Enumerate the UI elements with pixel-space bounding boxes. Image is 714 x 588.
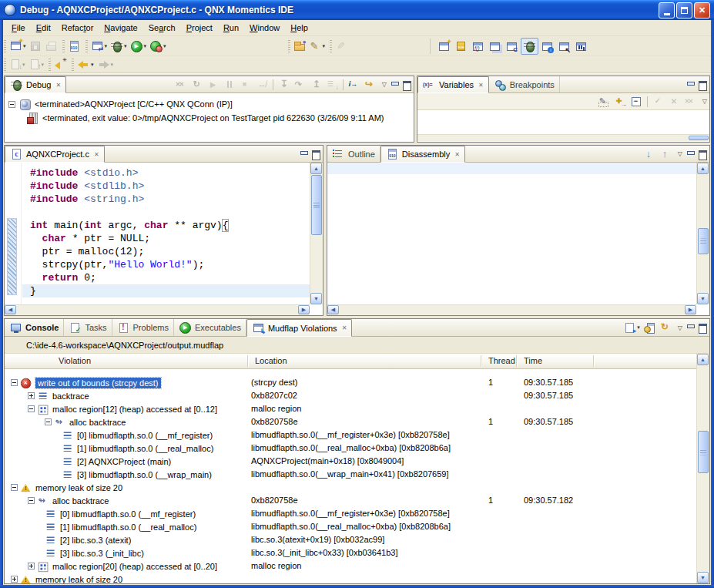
- expander-minus-icon[interactable]: [8, 101, 15, 108]
- new-wizard-button[interactable]: ▾: [8, 38, 28, 55]
- menu-help[interactable]: Help: [285, 22, 313, 34]
- violation-row[interactable]: [3] libc.so.3 (_init_libc)libc.so.3(_ini…: [5, 546, 696, 559]
- scroll-left-icon[interactable]: ◀: [5, 305, 16, 314]
- scroll-up-icon[interactable]: ▲: [697, 163, 709, 174]
- annotate-dropdown-icon[interactable]: ▾: [323, 43, 326, 49]
- view-menu-icon[interactable]: ▽: [700, 98, 709, 105]
- minimize-view-icon[interactable]: [686, 80, 696, 89]
- expander-minus-icon[interactable]: [45, 418, 52, 425]
- vars-tab-variables[interactable]: Variables✕: [417, 76, 489, 93]
- open-perspective-button[interactable]: [436, 38, 452, 55]
- menu-search[interactable]: Search: [143, 22, 181, 34]
- expander-minus-icon[interactable]: [28, 405, 35, 412]
- violation-row[interactable]: memory leak of size 20: [5, 481, 696, 494]
- close-button[interactable]: ✕: [694, 2, 710, 18]
- editor-h-scrollbar[interactable]: ◀ ▶: [5, 304, 310, 315]
- variables-content[interactable]: [417, 110, 709, 141]
- titlebar[interactable]: Debug - AQNXCProject/AQNXCProject.c - QN…: [0, 0, 714, 20]
- bottom-tab-tasks[interactable]: Tasks: [64, 319, 112, 336]
- minimize-view-icon[interactable]: [686, 150, 696, 159]
- violation-row[interactable]: write out of bounds (strcpy dest)(strcpy…: [5, 376, 696, 389]
- target-window-button[interactable]: ▾: [89, 38, 109, 55]
- expander-plus-icon[interactable]: [28, 563, 35, 570]
- maximize-button[interactable]: [676, 2, 692, 18]
- scroll-down-icon[interactable]: ▼: [697, 572, 709, 583]
- qnx-run-launch-button[interactable]: ▾: [148, 38, 168, 55]
- code-editor[interactable]: #include <stdio.h>#include <stdlib.h>#in…: [22, 163, 310, 304]
- use-step-filters-button[interactable]: [362, 77, 378, 92]
- editor-v-scrollbar[interactable]: ▲ ▼: [310, 163, 323, 304]
- maximize-view-icon[interactable]: [697, 150, 707, 159]
- column-separator[interactable]: [247, 355, 248, 367]
- collapse-all-button[interactable]: [629, 94, 645, 109]
- pointer-window-button[interactable]: [556, 38, 572, 55]
- debug-tab-debug[interactable]: Debug✕: [5, 76, 66, 93]
- close-tab-icon[interactable]: ✕: [94, 151, 99, 158]
- minimize-button[interactable]: [659, 2, 675, 18]
- v-scrollbar[interactable]: ▲ ▼: [696, 163, 709, 304]
- v-scrollbar-thumb[interactable]: [698, 228, 709, 254]
- bottom-tab-executables[interactable]: Executables: [174, 319, 246, 336]
- close-tab-icon[interactable]: ✕: [478, 82, 484, 89]
- column-separator[interactable]: [481, 355, 481, 367]
- scroll-down-icon[interactable]: ▼: [697, 293, 709, 304]
- view-menu-icon[interactable]: ▽: [380, 81, 389, 88]
- binary-file-button[interactable]: [66, 38, 82, 55]
- debug-launch-button[interactable]: ▾: [109, 38, 129, 55]
- v-scrollbar-thumb[interactable]: [311, 175, 322, 235]
- violation-row[interactable]: [1] libmudflapth.so.0 (__real_malloc)lib…: [5, 520, 696, 533]
- violation-row[interactable]: [2] libc.so.3 (atexit)libc.so.3(atexit+0…: [5, 533, 696, 546]
- scroll-down-icon[interactable]: ▼: [310, 293, 322, 304]
- expander-plus-icon[interactable]: [28, 392, 35, 399]
- menu-window[interactable]: Window: [244, 22, 285, 34]
- qnx-run-launch-dropdown-icon[interactable]: ▾: [163, 43, 166, 49]
- forward-history-dropdown-icon[interactable]: ▾: [111, 62, 114, 68]
- scroll-up-icon[interactable]: ▲: [697, 354, 709, 365]
- export-log-dropdown-icon[interactable]: ▾: [637, 324, 640, 331]
- violation-row[interactable]: backtrace0xb8207c0209:30.57.185: [5, 389, 696, 402]
- violation-row[interactable]: [3] libmudflapth.so.0 (__wrap_main)libmu…: [5, 468, 696, 481]
- debug-perspective-button[interactable]: [521, 38, 538, 55]
- vars-tab-breakpoints[interactable]: Breakpoints: [489, 76, 560, 92]
- outline-tab-outline[interactable]: Outline: [327, 146, 380, 162]
- window-copy-button[interactable]: [487, 38, 503, 55]
- column-header-time[interactable]: Time: [524, 356, 542, 365]
- target-window-dropdown-icon[interactable]: ▾: [105, 43, 108, 49]
- view-menu-icon[interactable]: ▽: [675, 150, 685, 157]
- violation-row[interactable]: alloc backtrace0xb820758e109:30.57.185: [5, 415, 696, 428]
- violation-row[interactable]: [2] AQNXCProject (main)AQNXCProject(main…: [5, 455, 696, 468]
- annotate-button[interactable]: ▾: [307, 38, 327, 55]
- outline-tab-disassembly[interactable]: Disassembly✕: [380, 146, 465, 163]
- next-annotation-dropdown-icon[interactable]: ▾: [22, 62, 25, 68]
- open-import-button[interactable]: [292, 38, 307, 55]
- menu-run[interactable]: Run: [218, 22, 244, 34]
- bottom-tab-console[interactable]: Console: [5, 319, 64, 336]
- view-menu-icon[interactable]: ▽: [675, 324, 685, 331]
- table-v-scrollbar[interactable]: ▲ ▼: [696, 354, 709, 583]
- scroll-left-icon[interactable]: ◀: [327, 305, 339, 314]
- minimize-view-icon[interactable]: [686, 323, 696, 332]
- pin-columns-button[interactable]: [642, 320, 658, 335]
- violation-row[interactable]: malloc region[20] (heap) accessed at [0.…: [5, 559, 696, 573]
- expander-minus-icon[interactable]: [11, 379, 18, 386]
- bottom-tab-problems[interactable]: Problems: [112, 319, 174, 336]
- scroll-right-icon[interactable]: ▶: [298, 305, 310, 314]
- maximize-view-icon[interactable]: [697, 323, 707, 332]
- show-type-names-button[interactable]: [596, 94, 612, 109]
- last-edit-location-button[interactable]: [52, 56, 69, 73]
- bottom-tab-mudflap-violations[interactable]: Mudflap Violations✕: [246, 319, 352, 337]
- violation-row[interactable]: memory leak of size 20: [5, 573, 696, 583]
- run-launch-button[interactable]: ▾: [129, 38, 149, 55]
- column-header-location[interactable]: Location: [255, 356, 287, 365]
- debug-tree-row[interactable]: <terminated>AQNXProject [C/C++ QNX QConn…: [5, 97, 414, 111]
- violation-row[interactable]: [0] libmudflapth.so.0 (__mf_register)lib…: [5, 507, 696, 520]
- editor-tab-aqnxcproject-c[interactable]: AQNXCProject.c✕: [5, 146, 105, 163]
- nav-prev-button[interactable]: [658, 146, 674, 162]
- add-global-variables-button[interactable]: [612, 94, 629, 109]
- menu-navigate[interactable]: Navigate: [99, 22, 142, 34]
- menu-file[interactable]: File: [6, 22, 31, 34]
- column-header-thread[interactable]: Thread: [488, 356, 515, 365]
- violation-row[interactable]: [0] libmudflapth.so.0 (__mf_register)lib…: [5, 428, 696, 442]
- expander-plus-icon[interactable]: [11, 576, 18, 583]
- editor-annotation-ruler[interactable]: [5, 163, 22, 304]
